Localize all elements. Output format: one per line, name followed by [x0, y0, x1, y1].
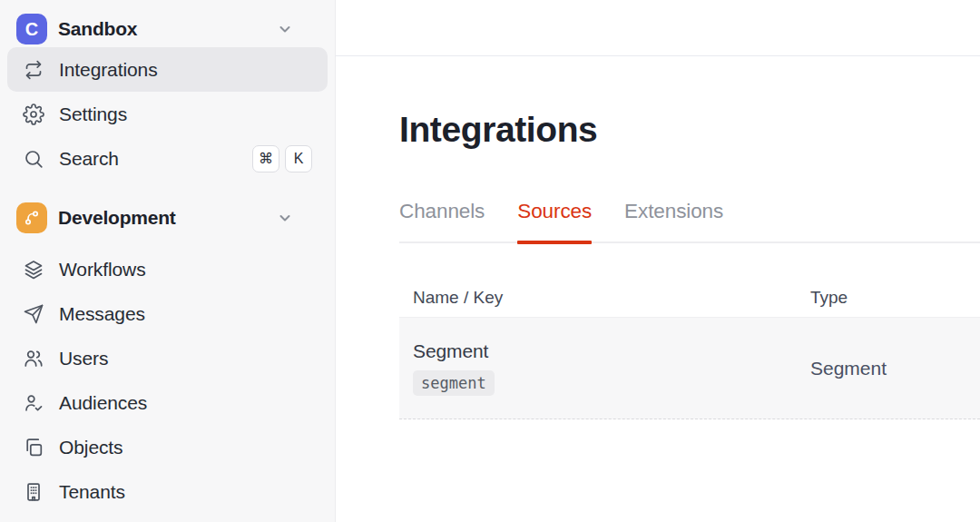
- sidebar-item-users[interactable]: Users: [7, 336, 328, 380]
- source-key-badge: segment: [413, 370, 495, 396]
- sidebar-item-label: Objects: [59, 437, 123, 458]
- sidebar-item-workflows[interactable]: Workflows: [7, 247, 328, 291]
- chevron-down-icon: [277, 210, 293, 226]
- section-development[interactable]: Development: [7, 195, 328, 240]
- sidebar-item-label: Integrations: [59, 59, 158, 81]
- k-key-badge: K: [285, 145, 312, 172]
- person-check-icon: [23, 392, 44, 414]
- column-header-type: Type: [810, 287, 848, 309]
- source-name: Segment: [413, 340, 810, 362]
- sidebar-item-label: Audiences: [59, 392, 147, 414]
- cell-name-key: Segment segment: [413, 340, 810, 396]
- paper-plane-icon: [23, 303, 44, 325]
- sidebar-item-search[interactable]: Search ⌘ K: [7, 136, 328, 181]
- sidebar-item-label: Messages: [59, 303, 145, 325]
- sidebar-item-objects[interactable]: Objects: [7, 425, 328, 469]
- sidebar-item-label: Settings: [59, 103, 127, 125]
- copy-icon: [23, 437, 44, 458]
- workspace-logo-icon: C: [16, 14, 47, 44]
- sidebar-item-audiences[interactable]: Audiences: [7, 380, 328, 425]
- page-title: Integrations: [399, 108, 980, 152]
- source-type: Segment: [810, 358, 887, 379]
- sidebar-item-label: Workflows: [59, 259, 146, 281]
- gear-icon: [23, 103, 44, 125]
- search-icon: [23, 148, 44, 170]
- column-header-name-key: Name / Key: [413, 287, 810, 309]
- sources-table: Name / Key Type Segment segment Segment: [399, 287, 980, 419]
- sidebar-item-label: Users: [59, 348, 108, 369]
- sidebar-item-label: Search: [59, 148, 119, 170]
- layers-icon: [23, 259, 44, 281]
- sidebar-item-tenants[interactable]: Tenants: [7, 469, 328, 514]
- building-icon: [23, 481, 44, 503]
- swap-arrows-icon: [23, 59, 44, 81]
- users-icon: [23, 348, 44, 369]
- main-area: Integrations Channels Sources Extensions…: [336, 0, 980, 522]
- app-window: C Sandbox Integrations: [0, 0, 980, 522]
- sidebar: C Sandbox Integrations: [0, 0, 336, 522]
- table-header: Name / Key Type: [399, 287, 980, 317]
- tab-extensions[interactable]: Extensions: [624, 199, 723, 241]
- workspace-name: Sandbox: [58, 18, 137, 40]
- search-shortcut: ⌘ K: [252, 145, 312, 172]
- sidebar-item-integrations[interactable]: Integrations: [7, 47, 328, 92]
- tab-channels[interactable]: Channels: [399, 199, 485, 241]
- content: Integrations Channels Sources Extensions…: [336, 108, 980, 419]
- sidebar-item-label: Tenants: [59, 481, 125, 503]
- chevron-down-icon: [277, 21, 293, 37]
- topbar: [336, 0, 980, 56]
- tab-sources[interactable]: Sources: [517, 199, 592, 241]
- workspace-switcher[interactable]: C Sandbox: [7, 11, 328, 47]
- tab-bar: Channels Sources Extensions: [399, 199, 980, 243]
- command-key-badge: ⌘: [252, 145, 279, 172]
- sidebar-item-settings[interactable]: Settings: [7, 92, 328, 136]
- table-row[interactable]: Segment segment Segment: [399, 317, 980, 419]
- sidebar-item-messages[interactable]: Messages: [7, 291, 328, 336]
- branch-icon: [16, 202, 47, 233]
- section-label: Development: [58, 207, 176, 229]
